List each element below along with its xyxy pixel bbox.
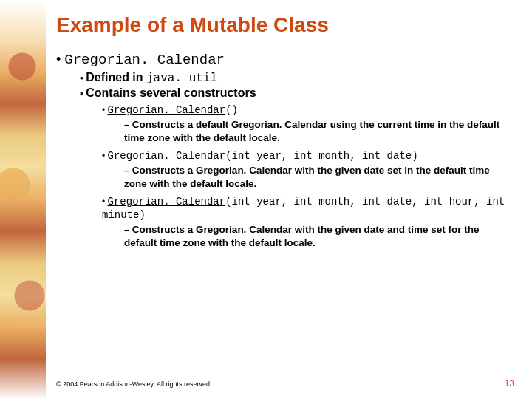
footer: © 2004 Pearson Addison-Wesley. All right… (56, 378, 514, 389)
bullet-list: Gregorian. Calendar Defined in java. uti… (56, 52, 514, 249)
sub-bullet: Defined in java. util (80, 71, 514, 85)
copyright-text: © 2004 Pearson Addison-Wesley. All right… (56, 381, 210, 388)
decorative-leaf-strip (0, 0, 46, 399)
constructor-desc: Constructs a Gregorian. Calendar with th… (124, 163, 514, 190)
sub-bullet: Contains several constructors Gregorian.… (80, 86, 514, 249)
slide-content: Example of a Mutable Class Gregorian. Ca… (56, 13, 514, 253)
constructor-signature: Gregorian. Calendar(int year, int month,… (102, 196, 505, 221)
bullet-text: Gregorian. Calendar (64, 52, 225, 68)
constructor-desc: Constructs a Gregorian. Calendar with th… (124, 222, 514, 249)
constructor-desc: Constructs a default Gregorian. Calendar… (124, 117, 514, 144)
bullet-item: Gregorian. Calendar Defined in java. uti… (56, 52, 514, 249)
slide-title: Example of a Mutable Class (56, 13, 514, 37)
page-number: 13 (505, 378, 514, 389)
sub-bullet-text: Defined in java. util (86, 71, 217, 83)
constructor-signature: Gregorian. Calendar() (108, 104, 238, 116)
constructor-signature: Gregorian. Calendar(int year, int month,… (108, 150, 418, 162)
sub-bullet-text: Contains several constructors (86, 86, 256, 99)
constructor-item: Gregorian. Calendar(int year, int month,… (102, 149, 514, 190)
constructor-item: Gregorian. Calendar() Constructs a defau… (102, 103, 514, 144)
constructor-item: Gregorian. Calendar(int year, int month,… (102, 194, 514, 249)
